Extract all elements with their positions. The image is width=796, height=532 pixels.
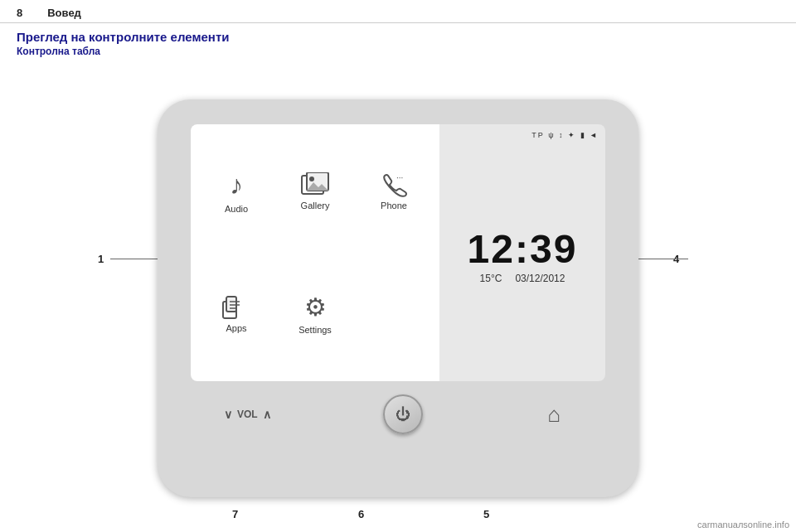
audio-icon (230, 170, 243, 201)
page-header: 8 Вовед (0, 0, 796, 23)
vol-control[interactable]: ∨ VOL ∧ (224, 408, 271, 421)
diagram-area: 1 2 3 4 5 6 7 Audio (0, 62, 796, 532)
app-settings[interactable]: Settings (278, 255, 352, 374)
vol-up-icon[interactable]: ∧ (263, 408, 271, 421)
clock-panel: TP ψ ↕ ✦ ▮ ◄ 12:39 15°C 03/12/2012 (439, 124, 605, 381)
gallery-label: Gallery (301, 201, 330, 210)
svg-point-2 (309, 177, 314, 181)
clock-time: 12:39 (468, 230, 578, 269)
callout-1: 1 (98, 253, 104, 265)
vol-down-icon[interactable]: ∨ (224, 408, 232, 421)
gallery-icon (300, 172, 330, 197)
phone-label: Phone (381, 201, 407, 210)
svg-rect-6 (226, 297, 236, 312)
power-icon: ⏻ (396, 406, 410, 423)
empty-cell (357, 255, 431, 374)
status-bar: TP ψ ↕ ✦ ▮ ◄ (446, 131, 599, 139)
app-apps[interactable]: Apps (199, 255, 274, 374)
clock-date: 15°C 03/12/2012 (480, 273, 565, 284)
temperature: 15°C (480, 273, 502, 284)
audio-label: Audio (225, 204, 248, 214)
app-phone[interactable]: ··· Phone (357, 133, 431, 251)
clock-area: 12:39 15°C 03/12/2012 (446, 139, 599, 375)
home-icon: ⌂ (547, 402, 561, 428)
section-subtitle: Контролна табла (0, 46, 796, 62)
watermark: carmanuалsonline.info (697, 520, 789, 530)
vol-label: VOL (237, 409, 258, 420)
section-title: Преглед на контролните елементи (0, 23, 796, 46)
app-grid: Audio Gallery ··· (191, 124, 439, 381)
settings-icon (304, 293, 327, 322)
chapter-title: Вовед (47, 7, 81, 19)
apps-icon (221, 295, 251, 320)
date: 03/12/2012 (515, 273, 565, 284)
app-gallery[interactable]: Gallery (278, 133, 352, 251)
phone-icon: ··· (380, 172, 408, 197)
apps-label: Apps (226, 323, 246, 333)
app-audio[interactable]: Audio (199, 133, 274, 251)
status-icons: TP ψ ↕ ✦ ▮ ◄ (531, 131, 599, 139)
power-button[interactable]: ⏻ (383, 394, 423, 434)
device-screen: Audio Gallery ··· (191, 124, 605, 381)
settings-label: Settings (298, 325, 332, 335)
page-number: 8 (17, 7, 22, 19)
device-shell: Audio Gallery ··· (158, 99, 638, 497)
controls-area: ∨ VOL ∧ ⏻ ⌂ (191, 394, 605, 434)
callout-7: 7 (232, 508, 238, 520)
home-button[interactable]: ⌂ (536, 398, 572, 431)
callout-5: 5 (483, 508, 489, 520)
svg-text:···: ··· (396, 173, 403, 182)
callout-6: 6 (358, 508, 364, 520)
